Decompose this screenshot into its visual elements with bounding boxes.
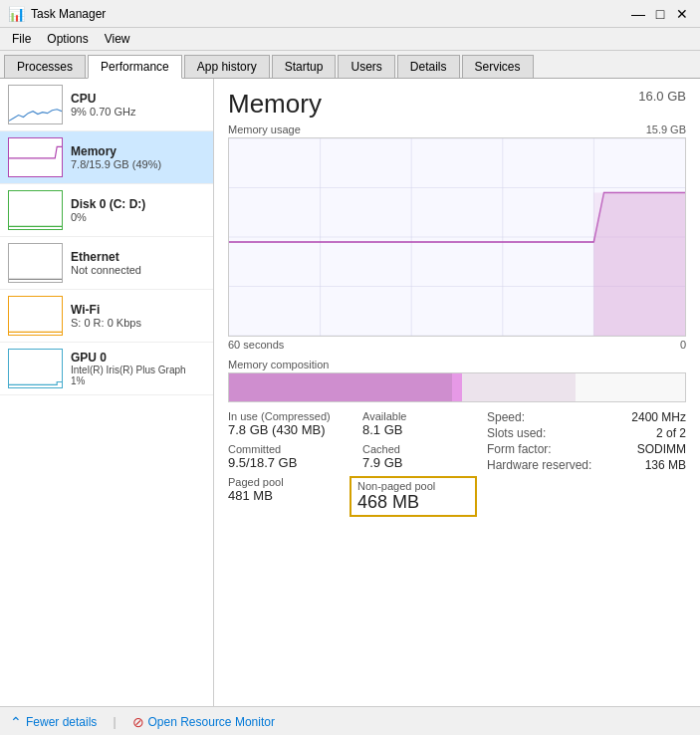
sidebar-item-gpu[interactable]: GPU 0 Intel(R) Iris(R) Plus Graph1% bbox=[0, 343, 213, 395]
footer: ⌃ Fewer details | ⊘ Open Resource Monito… bbox=[0, 706, 700, 735]
ethernet-sub: Not connected bbox=[71, 264, 205, 276]
ethernet-info: Ethernet Not connected bbox=[71, 250, 205, 276]
slots-value: 2 of 2 bbox=[656, 426, 686, 440]
chevron-up-icon: ⌃ bbox=[10, 714, 22, 730]
close-button[interactable]: ✕ bbox=[672, 4, 692, 24]
committed-label: Committed bbox=[228, 443, 343, 455]
resource-monitor-icon: ⊘ bbox=[132, 714, 144, 730]
paged-label: Paged pool bbox=[228, 476, 340, 488]
tab-services[interactable]: Services bbox=[462, 55, 534, 78]
graph-max-label: 15.9 GB bbox=[646, 123, 686, 135]
graph-right-label: 0 bbox=[680, 339, 686, 351]
stats-row-1: In use (Compressed) 7.8 GB (430 MB) Avai… bbox=[228, 410, 477, 437]
stat-non-paged: Non-paged pool 468 MB bbox=[350, 476, 477, 517]
resource-monitor-label: Open Resource Monitor bbox=[148, 715, 275, 729]
memory-title: Memory bbox=[71, 144, 205, 158]
app-title: Task Manager bbox=[31, 7, 106, 21]
content-title: Memory bbox=[228, 89, 322, 120]
graph-label-text: Memory usage bbox=[228, 123, 301, 135]
ethernet-title: Ethernet bbox=[71, 250, 205, 264]
tab-performance[interactable]: Performance bbox=[88, 55, 182, 79]
cached-label: Cached bbox=[362, 443, 477, 455]
sidebar-item-cpu[interactable]: CPU 9% 0.70 GHz bbox=[0, 79, 213, 131]
sidebar-item-disk[interactable]: Disk 0 (C: D:) 0% bbox=[0, 184, 213, 237]
title-bar-controls: — □ ✕ bbox=[628, 4, 692, 24]
maximize-button[interactable]: □ bbox=[650, 4, 670, 24]
in-use-label: In use (Compressed) bbox=[228, 410, 343, 422]
footer-divider: | bbox=[113, 715, 116, 729]
slots-label: Slots used: bbox=[487, 426, 546, 440]
sidebar-item-wifi[interactable]: Wi-Fi S: 0 R: 0 Kbps bbox=[0, 290, 213, 343]
bar-in-use bbox=[229, 373, 452, 401]
gpu-title: GPU 0 bbox=[71, 351, 205, 365]
svg-rect-1 bbox=[9, 137, 62, 175]
menu-file[interactable]: File bbox=[4, 30, 39, 48]
fewer-details-button[interactable]: ⌃ Fewer details bbox=[10, 714, 97, 730]
gpu-sub: Intel(R) Iris(R) Plus Graph1% bbox=[71, 365, 205, 386]
gpu-thumbnail bbox=[8, 349, 63, 388]
stat-paged: Paged pool 481 MB bbox=[228, 476, 340, 517]
available-label: Available bbox=[362, 410, 477, 422]
wifi-title: Wi-Fi bbox=[71, 303, 205, 317]
bar-modified bbox=[452, 373, 461, 401]
bar-standby bbox=[462, 373, 577, 401]
title-bar-left: 📊 Task Manager bbox=[8, 6, 106, 22]
stats-left: In use (Compressed) 7.8 GB (430 MB) Avai… bbox=[228, 410, 477, 521]
disk-info: Disk 0 (C: D:) 0% bbox=[71, 197, 205, 223]
graph-time-row: 60 seconds 0 bbox=[228, 339, 686, 351]
cpu-sub: 9% 0.70 GHz bbox=[71, 106, 205, 118]
memory-info: Memory 7.8/15.9 GB (49%) bbox=[71, 144, 205, 170]
svg-rect-0 bbox=[9, 85, 62, 122]
menu-view[interactable]: View bbox=[97, 30, 138, 48]
wifi-sub: S: 0 R: 0 Kbps bbox=[71, 317, 205, 329]
committed-value: 9.5/18.7 GB bbox=[228, 455, 343, 470]
non-paged-value: 468 MB bbox=[357, 492, 469, 513]
cpu-thumbnail bbox=[8, 85, 63, 124]
stats-main-row: In use (Compressed) 7.8 GB (430 MB) Avai… bbox=[228, 410, 686, 521]
minimize-button[interactable]: — bbox=[628, 4, 648, 24]
disk-title: Disk 0 (C: D:) bbox=[71, 197, 205, 211]
ethernet-thumbnail bbox=[8, 243, 63, 283]
form-label: Form factor: bbox=[487, 442, 552, 456]
reserved-value: 136 MB bbox=[645, 458, 686, 472]
tab-startup[interactable]: Startup bbox=[272, 55, 337, 78]
gpu-info: GPU 0 Intel(R) Iris(R) Plus Graph1% bbox=[71, 351, 205, 386]
svg-rect-3 bbox=[9, 243, 62, 281]
cpu-title: CPU bbox=[71, 92, 205, 106]
sidebar-item-memory[interactable]: Memory 7.8/15.9 GB (49%) bbox=[0, 131, 213, 184]
graph-time-label: 60 seconds bbox=[228, 339, 284, 351]
form-row: Form factor: SODIMM bbox=[487, 442, 686, 456]
non-paged-label: Non-paged pool bbox=[357, 480, 469, 492]
stat-available: Available 8.1 GB bbox=[362, 410, 477, 437]
stat-in-use: In use (Compressed) 7.8 GB (430 MB) bbox=[228, 410, 343, 437]
resource-monitor-button[interactable]: ⊘ Open Resource Monitor bbox=[132, 714, 275, 730]
stats-row-3: Paged pool 481 MB Non-paged pool 468 MB bbox=[228, 476, 477, 517]
tab-users[interactable]: Users bbox=[338, 55, 394, 78]
stat-cached: Cached 7.9 GB bbox=[362, 443, 477, 470]
available-value: 8.1 GB bbox=[362, 422, 477, 437]
disk-sub: 0% bbox=[71, 211, 205, 223]
wifi-info: Wi-Fi S: 0 R: 0 Kbps bbox=[71, 303, 205, 329]
wifi-thumbnail bbox=[8, 296, 63, 336]
disk-thumbnail bbox=[8, 190, 63, 230]
memory-composition-section: Memory composition bbox=[228, 359, 686, 402]
svg-rect-17 bbox=[593, 192, 685, 336]
form-value: SODIMM bbox=[637, 442, 686, 456]
tab-processes[interactable]: Processes bbox=[4, 55, 86, 78]
content-panel: Memory 16.0 GB Memory usage 15.9 GB bbox=[214, 79, 700, 706]
bar-free bbox=[576, 373, 685, 401]
stats-section: In use (Compressed) 7.8 GB (430 MB) Avai… bbox=[228, 410, 686, 521]
in-use-value: 7.8 GB (430 MB) bbox=[228, 422, 343, 437]
app-icon: 📊 bbox=[8, 6, 25, 22]
content-total: 16.0 GB bbox=[638, 89, 686, 104]
speed-value: 2400 MHz bbox=[631, 410, 686, 424]
menu-options[interactable]: Options bbox=[39, 30, 96, 48]
memory-sub: 7.8/15.9 GB (49%) bbox=[71, 158, 205, 170]
slots-row: Slots used: 2 of 2 bbox=[487, 426, 686, 440]
fewer-details-label: Fewer details bbox=[26, 715, 97, 729]
tab-app-history[interactable]: App history bbox=[184, 55, 270, 78]
tab-details[interactable]: Details bbox=[397, 55, 460, 78]
paged-value: 481 MB bbox=[228, 488, 340, 503]
graph-label-row: Memory usage 15.9 GB bbox=[228, 123, 686, 135]
sidebar-item-ethernet[interactable]: Ethernet Not connected bbox=[0, 237, 213, 290]
